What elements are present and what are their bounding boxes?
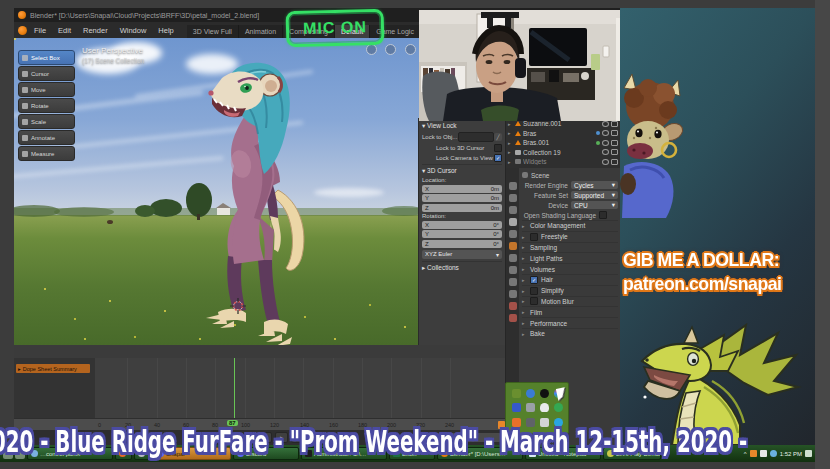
constraints-tab-icon[interactable] (509, 278, 517, 286)
object-tab-icon[interactable] (509, 242, 517, 250)
tray-black-app-icon[interactable] (540, 389, 549, 398)
cursor-loc-x[interactable]: X0m (422, 185, 502, 193)
camera-restrict-icon[interactable] (611, 149, 618, 155)
cursor-loc-z[interactable]: Z0m (422, 204, 502, 212)
feature-set-dropdown[interactable]: Supported▾ (571, 191, 618, 199)
tray-notes-icon[interactable] (526, 403, 535, 412)
tray-cloud-icon[interactable] (540, 403, 549, 412)
section-freestyle[interactable]: ▸Freestyle (522, 231, 618, 242)
camera-restrict-icon[interactable] (611, 121, 618, 127)
lock-camera-checkbox[interactable]: ✓ (494, 154, 502, 162)
tray-blue-app-icon[interactable] (526, 389, 535, 398)
section-sampling[interactable]: ▸Sampling (522, 242, 618, 253)
section-color-management[interactable]: ▸Color Management (522, 220, 618, 231)
network-icon[interactable] (770, 450, 777, 457)
render-tab-icon[interactable] (509, 182, 517, 190)
cursor-loc-y[interactable]: Y0m (422, 194, 502, 202)
tray-icon-orange[interactable] (750, 450, 757, 457)
outliner-row-collection-19[interactable]: ▸ Collection 19 (508, 148, 618, 158)
pan-hand-icon[interactable] (385, 44, 396, 55)
section-film[interactable]: ▸Film (522, 306, 618, 317)
section-light-paths[interactable]: ▸Light Paths (522, 252, 618, 263)
material-tab-icon[interactable] (509, 302, 517, 310)
eye-icon[interactable] (602, 159, 609, 165)
world-tab-icon[interactable] (509, 230, 517, 238)
section-simplify[interactable]: ▸Simplify (522, 285, 618, 296)
motion-blur-checkbox[interactable] (530, 297, 538, 305)
eye-icon[interactable] (602, 121, 609, 127)
annotate-icon (22, 135, 28, 141)
collection-icon (515, 159, 521, 164)
tool-move[interactable]: Move (18, 82, 75, 97)
eyedropper-icon[interactable]: ╱ (494, 133, 502, 141)
eye-icon[interactable] (602, 130, 609, 136)
toolbar: Select Box Cursor Move Rotate Scale Anno… (18, 50, 75, 162)
eye-icon[interactable] (602, 149, 609, 155)
menu-file[interactable]: File (29, 24, 51, 37)
tray-green-app-icon[interactable] (512, 389, 521, 398)
lock-object-field[interactable] (458, 132, 494, 142)
data-tab-icon[interactable] (509, 290, 517, 298)
view-layer-tab-icon[interactable] (509, 206, 517, 214)
menu-render[interactable]: Render (78, 24, 113, 37)
character-model[interactable] (200, 60, 320, 345)
outliner-row-bras[interactable]: ▸ Bras (508, 129, 618, 139)
render-engine-dropdown[interactable]: Cycles▾ (571, 181, 618, 189)
simplify-checkbox[interactable] (530, 287, 538, 295)
tab-animation[interactable]: Animation (239, 25, 283, 38)
character-nose (208, 90, 213, 95)
volume-icon[interactable] (760, 450, 767, 457)
tool-measure[interactable]: Measure (18, 146, 75, 161)
rotation-mode-dropdown[interactable]: XYZ Euler▾ (422, 250, 502, 259)
tool-annotate[interactable]: Annotate (18, 130, 75, 145)
lock-3d-cursor-checkbox[interactable] (494, 144, 502, 152)
tray-shield-icon[interactable] (554, 403, 563, 412)
show-desktop-icon[interactable] (805, 450, 812, 457)
3d-cursor-section[interactable]: ▾ 3D Cursor (422, 164, 502, 175)
camera-restrict-icon[interactable] (611, 140, 618, 146)
feature-set-row: Feature Set Supported▾ (522, 190, 618, 200)
camera-restrict-icon[interactable] (611, 130, 618, 136)
zoom-icon[interactable] (405, 44, 416, 55)
menu-help[interactable]: Help (153, 24, 178, 37)
mesh-icon (515, 140, 521, 145)
section-motion-blur[interactable]: ▸Motion Blur (522, 296, 618, 307)
menu-edit[interactable]: Edit (53, 24, 76, 37)
dope-sheet-summary-row[interactable]: ▸Dope Sheet Summary (16, 364, 90, 373)
eye-icon[interactable] (602, 140, 609, 146)
tool-select-box[interactable]: Select Box (18, 50, 75, 65)
scale-icon (22, 119, 28, 125)
camera-restrict-icon[interactable] (611, 159, 618, 165)
tool-rotate[interactable]: Rotate (18, 98, 75, 113)
lock-to-object-label: Lock to Obj... (422, 134, 457, 140)
hair-checkbox[interactable]: ✓ (530, 276, 538, 284)
menu-window[interactable]: Window (115, 24, 152, 37)
modifiers-tab-icon[interactable] (509, 254, 517, 262)
blender-menu-logo-icon[interactable] (18, 26, 27, 35)
section-performance[interactable]: ▸Performance (522, 317, 618, 328)
view-lock-section[interactable]: ▾ View Lock (422, 122, 502, 130)
tool-cursor[interactable]: Cursor (18, 66, 75, 81)
cursor-rot-z[interactable]: Z0° (422, 240, 502, 248)
cursor-rot-y[interactable]: Y0° (422, 230, 502, 238)
section-volumes[interactable]: ▸Volumes (522, 263, 618, 274)
outliner-row-widgets[interactable]: ▸ Widgets (508, 157, 618, 167)
osl-checkbox[interactable] (599, 211, 607, 219)
tab-3d-view-full[interactable]: 3D View Full (187, 25, 239, 38)
output-tab-icon[interactable] (509, 194, 517, 202)
tool-scale[interactable]: Scale (18, 114, 75, 129)
physics-tab-icon[interactable] (509, 266, 517, 274)
cursor-rot-x[interactable]: X0° (422, 221, 502, 229)
section-bake[interactable]: ▸Bake (522, 328, 618, 339)
rotate-icon (22, 103, 28, 109)
camera-view-icon[interactable] (366, 44, 377, 55)
outliner-row-bras-001[interactable]: ▸ Bras.001 (508, 138, 618, 148)
collections-section[interactable]: ▸ Collections (422, 261, 502, 272)
tray-folder-icon[interactable] (512, 403, 521, 412)
device-dropdown[interactable]: CPU▾ (571, 201, 618, 209)
taskbar-clock[interactable]: 1:52 PM (780, 451, 802, 457)
scene-tab-icon[interactable] (509, 218, 517, 226)
texture-tab-icon[interactable] (509, 314, 517, 322)
freestyle-checkbox[interactable] (530, 233, 538, 241)
section-hair[interactable]: ▸✓Hair (522, 274, 618, 285)
